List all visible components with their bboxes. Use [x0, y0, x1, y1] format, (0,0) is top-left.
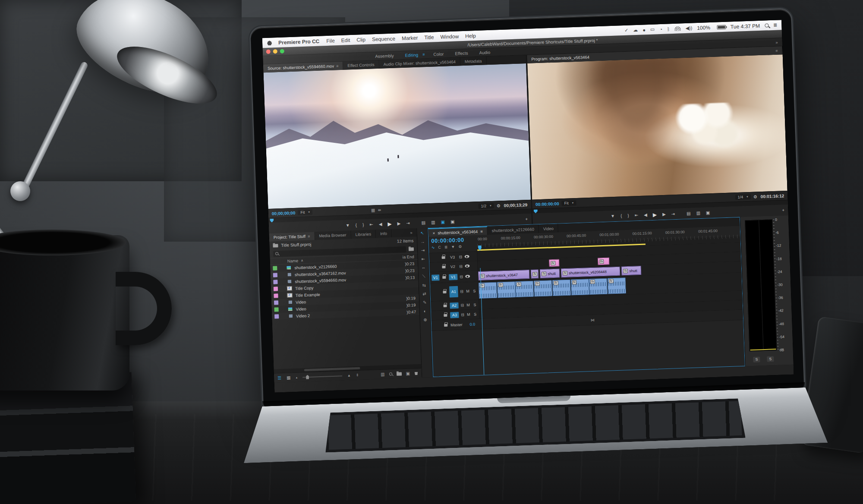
automate-to-sequence-button[interactable]: ▥: [381, 372, 385, 377]
icon-view-button[interactable]: ▦: [287, 375, 291, 380]
razor-tool[interactable]: ⟍: [422, 274, 425, 279]
track-output-eye-icon[interactable]: [464, 255, 469, 258]
creative-cloud-icon[interactable]: ☁: [633, 27, 638, 33]
mark-in-button[interactable]: {: [356, 223, 357, 227]
title-clip[interactable]: fx: [597, 257, 609, 265]
solo-button[interactable]: S: [473, 312, 478, 316]
solo-button[interactable]: S: [472, 289, 477, 293]
track-a3-target[interactable]: A3: [450, 312, 459, 318]
step-back-button[interactable]: ◀: [379, 222, 382, 227]
slide-tool[interactable]: ⇄: [422, 291, 426, 296]
source-viewer[interactable]: [263, 63, 530, 209]
panel-menu-icon[interactable]: ≡: [336, 64, 339, 68]
source-settings-wrench-icon[interactable]: ⚙: [497, 203, 501, 208]
video-clip[interactable]: fx shutterstock_v3647: [478, 270, 530, 280]
solo-right-button[interactable]: S: [767, 356, 774, 362]
audio-clip[interactable]: fx: [589, 278, 608, 295]
source-patch[interactable]: [432, 303, 440, 309]
audio-clip[interactable]: fx: [515, 281, 534, 297]
menubar-clock[interactable]: Tue 4:37 PM: [731, 22, 760, 29]
thumbnail-zoom-slider[interactable]: [302, 375, 342, 378]
sync-lock-icon[interactable]: ⊟: [460, 289, 463, 293]
close-window-button[interactable]: [266, 50, 271, 54]
menu-clip[interactable]: Clip: [356, 36, 365, 43]
panel-menu-icon[interactable]: ≡: [480, 229, 483, 233]
tab-sequence-3[interactable]: Video: [539, 224, 558, 233]
slip-tool[interactable]: ⇆: [422, 283, 426, 287]
label-swatch[interactable]: [274, 300, 278, 305]
solo-left-button[interactable]: S: [753, 356, 760, 362]
panel-menu-icon[interactable]: ≡: [775, 48, 778, 53]
mute-button[interactable]: M: [466, 302, 471, 307]
solo-button[interactable]: S: [472, 302, 477, 307]
dropbox-icon[interactable]: ●: [643, 27, 646, 32]
zoom-window-button[interactable]: [280, 49, 284, 53]
lock-icon[interactable]: [444, 324, 447, 326]
sync-lock-icon[interactable]: ⊟: [461, 312, 464, 317]
audio-clip[interactable]: fx: [534, 280, 552, 296]
wifi-icon[interactable]: [674, 26, 680, 31]
column-media-end[interactable]: ia End: [402, 254, 414, 259]
notification-center-icon[interactable]: ≣: [773, 22, 778, 28]
track-a1-target[interactable]: A1: [449, 286, 458, 297]
sync-lock-icon[interactable]: ⊟: [459, 255, 462, 259]
panel-menu-icon[interactable]: ≡: [308, 234, 310, 238]
zoom-tool[interactable]: ⊕: [423, 317, 427, 322]
ripple-edit-tool[interactable]: ⇥: [421, 248, 425, 252]
video-clip[interactable]: fx: [531, 269, 539, 279]
airplay-icon[interactable]: ▭: [650, 26, 655, 32]
sync-lock-icon[interactable]: ⊟: [460, 303, 464, 307]
track-output-eye-icon[interactable]: [465, 275, 470, 278]
app-menu-title[interactable]: Premiere Pro CC: [278, 38, 320, 45]
step-back-button[interactable]: ◀: [644, 212, 647, 217]
hand-tool[interactable]: ◐: [424, 309, 426, 313]
play-button[interactable]: ▶: [653, 211, 657, 217]
menu-title[interactable]: Title: [424, 34, 434, 41]
menu-marker[interactable]: Marker: [402, 35, 418, 41]
lock-icon[interactable]: [442, 265, 445, 268]
video-clip[interactable]: fx shutt: [540, 269, 560, 279]
task-check-icon[interactable]: ✓: [624, 28, 629, 33]
lock-icon[interactable]: [443, 304, 447, 307]
lock-icon[interactable]: [444, 314, 447, 316]
lock-icon[interactable]: [442, 256, 445, 258]
program-settings-wrench-icon[interactable]: ⚙: [753, 194, 757, 199]
lift-button[interactable]: ▤: [687, 211, 691, 216]
sort-icon[interactable]: ⇕: [356, 373, 359, 377]
tab-metadata[interactable]: Metadata: [460, 57, 487, 66]
tab-info[interactable]: Info: [376, 229, 392, 238]
label-swatch[interactable]: [273, 266, 277, 270]
volume-icon[interactable]: ◀)): [685, 25, 692, 31]
workspace-assembly[interactable]: Assembly: [375, 53, 394, 59]
button-editor-plus[interactable]: +: [782, 208, 784, 212]
timeline-timecode[interactable]: 00:00:00:00: [431, 236, 474, 244]
snap-toggle-icon[interactable]: ∿: [432, 246, 435, 250]
apple-logo-icon[interactable]: [267, 40, 272, 45]
column-name[interactable]: Name: [287, 258, 299, 263]
source-patch-v1[interactable]: V1: [432, 274, 439, 281]
track-v2-target[interactable]: V2: [448, 263, 457, 270]
audio-clip[interactable]: fx: [552, 280, 570, 296]
mark-in-button[interactable]: {: [620, 213, 622, 218]
audio-clip[interactable]: fx: [497, 281, 515, 298]
program-resolution-dropdown[interactable]: 1/4 ▾: [735, 194, 751, 200]
source-patch[interactable]: [431, 264, 439, 271]
menu-file[interactable]: File: [326, 38, 335, 44]
rate-stretch-tool[interactable]: ⇔: [421, 265, 425, 270]
workspace-editing[interactable]: Editing: [405, 52, 418, 57]
mark-out-button[interactable]: }: [627, 213, 629, 218]
program-fit-dropdown[interactable]: Fit ▾: [561, 200, 576, 206]
new-bin-button[interactable]: [396, 372, 401, 375]
minimize-window-button[interactable]: [273, 49, 277, 54]
spotlight-icon[interactable]: [765, 23, 769, 27]
step-forward-button[interactable]: ▶: [397, 221, 400, 226]
audio-clip[interactable]: fx: [607, 277, 626, 294]
export-frame-button[interactable]: ▣: [441, 220, 445, 224]
label-swatch[interactable]: [274, 287, 278, 291]
program-playhead[interactable]: [534, 209, 538, 213]
menu-sequence[interactable]: Sequence: [372, 35, 396, 42]
goto-out-button[interactable]: ⇥: [671, 211, 675, 216]
label-swatch[interactable]: [274, 293, 278, 298]
audio-clip[interactable]: fx: [570, 279, 589, 295]
goto-in-button[interactable]: ⇤: [635, 213, 639, 217]
